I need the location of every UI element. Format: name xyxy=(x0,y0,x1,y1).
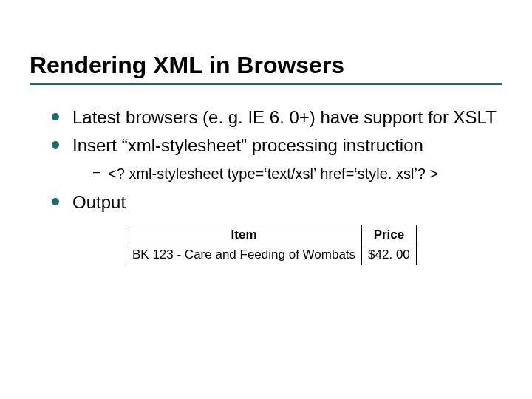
slide-title: Rendering XML in Browsers xyxy=(30,52,502,79)
bullet-item: Output xyxy=(52,191,502,214)
bullet-text: Latest browsers (e. g. IE 6. 0+) have su… xyxy=(72,106,497,129)
bullet-text: Insert “xml-stylesheet” processing instr… xyxy=(72,134,423,157)
bullet-item: Insert “xml-stylesheet” processing instr… xyxy=(52,134,502,157)
bullet-icon xyxy=(52,141,59,149)
bullet-icon xyxy=(52,198,59,205)
bullet-item: Latest browsers (e. g. IE 6. 0+) have su… xyxy=(52,106,502,129)
sub-bullet-text: <? xml-stylesheet type=‘text/xsl’ href=‘… xyxy=(108,164,438,183)
table-cell-price: $42. 00 xyxy=(362,245,417,265)
table-cell-item: BK 123 - Care and Feeding of Wombats xyxy=(126,245,362,265)
title-underline xyxy=(30,83,502,85)
slide: Rendering XML in Browsers Latest browser… xyxy=(0,0,532,265)
table-row: BK 123 - Care and Feeding of Wombats $42… xyxy=(126,245,417,265)
table-header-row: Item Price xyxy=(126,225,417,245)
bullet-text: Output xyxy=(72,191,126,214)
output-table-wrap: Item Price BK 123 - Care and Feeding of … xyxy=(126,225,502,265)
table-header-price: Price xyxy=(362,225,417,245)
bullet-icon xyxy=(52,113,59,120)
output-table: Item Price BK 123 - Care and Feeding of … xyxy=(126,225,417,265)
table-header-item: Item xyxy=(126,225,362,245)
sub-bullet-item: – <? xml-stylesheet type=‘text/xsl’ href… xyxy=(93,164,502,183)
dash-icon: – xyxy=(93,164,100,180)
bullet-list: Latest browsers (e. g. IE 6. 0+) have su… xyxy=(30,106,502,214)
